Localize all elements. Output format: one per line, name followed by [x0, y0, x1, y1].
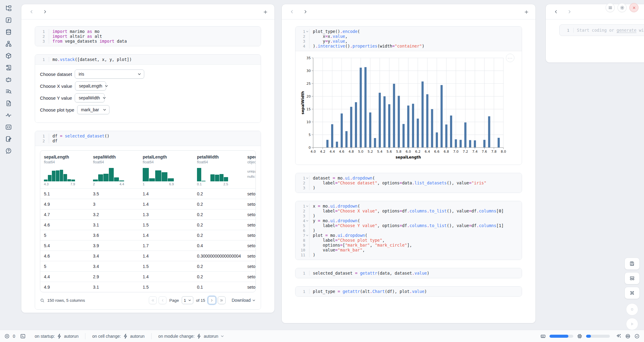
chevron-left-icon[interactable]: [287, 7, 296, 16]
notebook-panel-left: 1import marimo as mo2import altair as al…: [21, 4, 274, 313]
bar-chart[interactable]: 4.04.24.44.64.85.05.25.45.65.86.06.26.46…: [301, 54, 507, 162]
column-header[interactable]: petalWidthfloat640.12.5: [193, 151, 244, 188]
first-page-button[interactable]: [149, 296, 157, 304]
last-page-button[interactable]: [218, 296, 226, 304]
code-editor[interactable]: 1plot_type = getattr(alt.Chart(df), plot…: [295, 287, 522, 296]
code-editor[interactable]: 1x = mo.ui.dropdown(2 label="Choose X va…: [295, 201, 522, 260]
code-line: 4y = mo.ui.dropdown(: [295, 218, 522, 223]
table-cell: 0.1: [193, 282, 244, 292]
notebook-edit-icon: [5, 136, 12, 142]
table-row[interactable]: 53.61.40.2setosa: [40, 230, 256, 240]
sidebar-item-file-tree[interactable]: [5, 5, 12, 12]
errors-icon[interactable]: [4, 333, 10, 339]
histogram-bar: [71, 180, 75, 181]
line-number: 1: [35, 134, 49, 138]
code-editor[interactable]: 1import marimo as mo2import altair as al…: [35, 27, 261, 46]
sidebar-item-notebook-edit[interactable]: [5, 136, 12, 142]
choose-x-value-select[interactable]: sepalLength: [75, 81, 106, 91]
sidebar-item-workflow[interactable]: [5, 41, 12, 47]
table-row[interactable]: 4.93.11.50.1setosa: [40, 282, 256, 292]
on-startup-setting[interactable]: on startup: autorun: [31, 333, 82, 339]
code-editor[interactable]: 1df = selected_dataset()2df: [35, 131, 261, 146]
code-editor[interactable]: 1selected_dataset = getattr(data, datase…: [295, 268, 522, 278]
clock-check-icon[interactable]: [634, 333, 640, 339]
code-placeholder[interactable]: Start coding or generate with AI: [574, 28, 644, 33]
copilot-icon[interactable]: [625, 333, 631, 339]
fold-chevron-icon[interactable]: [305, 30, 309, 33]
on-cell-change-setting[interactable]: on cell change: autorun: [88, 333, 148, 339]
generate-link[interactable]: generate: [617, 28, 636, 33]
settings-button[interactable]: [617, 3, 627, 12]
sidebar-item-chat-bot[interactable]: [5, 76, 12, 83]
next-page-button[interactable]: [208, 296, 216, 304]
empty-code-cell[interactable]: 1 Start coding or generate with AI: [559, 24, 644, 36]
download-button[interactable]: Download: [232, 298, 256, 303]
previous-page-button[interactable]: [159, 296, 166, 304]
table-row[interactable]: 53.41.50.2setosa: [40, 261, 256, 271]
terminal-icon[interactable]: [20, 333, 26, 339]
table-row[interactable]: 4.63.41.40.30000000000000004setosa: [40, 251, 256, 261]
chevron-right-icon[interactable]: [565, 7, 574, 16]
chevron-right-icon[interactable]: [301, 7, 310, 16]
sidebar-item-search-list[interactable]: [5, 88, 12, 95]
histogram-bar: [220, 174, 224, 181]
add-cell-icon[interactable]: [261, 8, 270, 16]
command-button[interactable]: [624, 287, 640, 299]
choose-dataset-select[interactable]: iris: [75, 69, 144, 79]
save-button[interactable]: [624, 258, 640, 270]
column-header[interactable]: sepalWidthfloat6424.4: [89, 151, 139, 188]
range-max: 2.5: [224, 182, 228, 186]
close-button[interactable]: [629, 3, 639, 12]
menu-button[interactable]: [606, 3, 615, 12]
table-row[interactable]: 5.13.51.40.2setosa: [40, 188, 256, 199]
table-row[interactable]: 4.73.21.30.2setosa: [40, 209, 256, 219]
download-label: Download: [232, 298, 251, 303]
table-row[interactable]: 5.43.91.70.4setosa: [40, 240, 256, 251]
column-name: species: [247, 155, 256, 160]
code-editor[interactable]: 1dataset = mo.ui.dropdown(2 label="Choos…: [295, 173, 522, 193]
search-icon[interactable]: [40, 298, 45, 303]
fold-chevron-icon[interactable]: [305, 204, 309, 208]
code-line: 2import altair as alt: [35, 34, 261, 39]
chevron-left-icon[interactable]: [551, 7, 560, 16]
chevron-right-icon[interactable]: [40, 7, 49, 16]
table-cell: setosa: [244, 199, 256, 209]
chevron-left-icon[interactable]: [27, 7, 36, 16]
column-header[interactable]: sepalLengthfloat644.37.9: [40, 151, 89, 188]
table-row[interactable]: 4.42.91.40.2setosa: [40, 271, 256, 282]
sidebar-item-database[interactable]: [5, 29, 12, 35]
sidebar-item-scroll[interactable]: [5, 64, 12, 71]
ai-sparkles-icon[interactable]: [616, 333, 621, 339]
sidebar-item-function-square[interactable]: [5, 17, 12, 23]
stop-button[interactable]: [626, 303, 638, 315]
code-editor[interactable]: 1plot_type().encode(2 x=x.value,3 y=y.va…: [295, 27, 522, 51]
run-button[interactable]: [626, 318, 638, 330]
line-number: 3: [35, 39, 49, 44]
fold-chevron-icon[interactable]: [305, 233, 309, 237]
page-select[interactable]: 1: [182, 296, 193, 304]
fold-chevron-icon[interactable]: [305, 219, 309, 223]
histogram-bar: [98, 174, 103, 181]
chevron-down-icon: [220, 333, 224, 339]
table-row[interactable]: 4.63.11.50.2setosa: [40, 219, 256, 230]
on-module-change-setting[interactable]: on module change: autorun: [155, 333, 228, 339]
choose-plot-type-select[interactable]: mark_bar: [77, 105, 109, 114]
sidebar-item-activity[interactable]: [5, 112, 12, 119]
sidebar-item-help-bubble[interactable]: [5, 148, 12, 154]
chart-menu-button[interactable]: ···: [506, 54, 514, 62]
column-header[interactable]: speciesobjectunique:nulls:: [244, 151, 256, 188]
histogram-bar: [93, 180, 98, 181]
add-cell-icon[interactable]: [522, 8, 531, 16]
choose-y-value-select[interactable]: sepalWidth: [75, 93, 105, 102]
fold-chevron-icon[interactable]: [305, 176, 309, 180]
sidebar-item-code-snippet[interactable]: [5, 124, 12, 130]
table-cell: 0.2: [193, 220, 244, 230]
code-editor[interactable]: 1mo.vstack([dataset, x, y, plot]): [35, 55, 261, 65]
code-line: 8 label="Choose plot type",: [295, 238, 522, 243]
sidebar-item-document[interactable]: [5, 100, 12, 107]
table-row[interactable]: 4.931.40.2setosa: [40, 199, 256, 209]
sidebar-item-package[interactable]: [5, 52, 12, 59]
layout-button[interactable]: [624, 272, 640, 284]
table-cell: 4.9: [40, 282, 89, 292]
column-header[interactable]: petalLengthfloat6416.9: [139, 151, 193, 188]
